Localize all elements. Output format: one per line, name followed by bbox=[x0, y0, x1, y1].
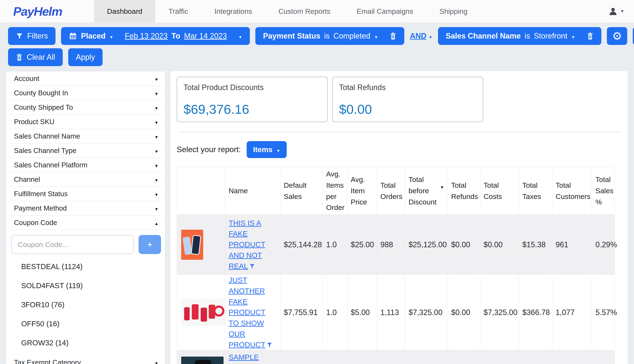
chevron-up-icon bbox=[154, 219, 158, 227]
cell-total-taxes: $319.23 bbox=[519, 350, 552, 364]
condition-conjunction[interactable]: AND bbox=[410, 32, 432, 40]
trash-icon[interactable] bbox=[586, 32, 594, 40]
filters-button[interactable]: Filters bbox=[8, 27, 56, 45]
date-from[interactable]: Feb 13 2023 bbox=[125, 32, 168, 40]
cell-total-costs: $7,325.00 bbox=[480, 275, 519, 350]
filter-actions: ⚙ bbox=[607, 27, 634, 45]
coupon-option[interactable]: SOLD4FAST (119) bbox=[21, 276, 161, 295]
cell-default-sales: $25,144.28 bbox=[280, 215, 323, 275]
sidebar-item-fulfillment-status[interactable]: Fulfillment Status bbox=[9, 187, 162, 201]
chevron-down-icon bbox=[109, 32, 113, 40]
filter-funnel-icon[interactable] bbox=[249, 263, 255, 269]
chevron-down-icon bbox=[154, 161, 158, 169]
tab-custom-reports[interactable]: Custom Reports bbox=[265, 0, 344, 22]
cell-total-sales-pct: 0.29% bbox=[592, 215, 615, 275]
tab-traffic[interactable]: Traffic bbox=[155, 0, 201, 22]
sidebar-item-sales-channel-type[interactable]: Sales Channel Type bbox=[9, 144, 162, 158]
cell-total-sales-pct: 5.29% bbox=[592, 350, 615, 364]
apply-button[interactable]: Apply bbox=[68, 48, 102, 66]
filter-chip-sales-channel[interactable]: Sales Channel Name is Storefront bbox=[438, 27, 601, 45]
product-name-link[interactable]: SAMPLE FAKE PRODUCT BUT NOT bbox=[229, 353, 268, 364]
report-selector-label: Select your report: bbox=[177, 145, 241, 154]
column-avg-items-per-order[interactable]: Avg. Items per Order bbox=[323, 167, 347, 215]
sidebar-item-sales-channel-name[interactable]: Sales Channel Name bbox=[9, 129, 162, 144]
save-report-button[interactable] bbox=[633, 27, 634, 45]
column-default-sales[interactable]: Default Sales bbox=[280, 167, 323, 215]
tab-integrations[interactable]: Integrations bbox=[201, 0, 265, 22]
cell-total-refunds: $0.00 bbox=[448, 215, 480, 275]
report-type-dropdown[interactable]: Items bbox=[247, 141, 286, 158]
tab-shipping[interactable]: Shipping bbox=[426, 0, 480, 22]
cell-total-customers: 961 bbox=[552, 215, 592, 275]
chevron-down-icon bbox=[154, 118, 158, 126]
product-name-link[interactable]: THIS IS A FAKE PRODUCT AND NOT REAL bbox=[229, 219, 265, 270]
card-total-refunds: Total Refunds $0.00 bbox=[332, 77, 483, 122]
chevron-down-icon bbox=[154, 74, 158, 83]
chevron-down-icon bbox=[428, 32, 432, 40]
column-total-customers[interactable]: Total Customers bbox=[552, 167, 592, 215]
cell-total-orders: 752 bbox=[377, 350, 405, 364]
sidebar-item-county-bought-in[interactable]: County Bought In bbox=[9, 86, 162, 100]
column-total-before-discount[interactable]: Total before Discount bbox=[405, 167, 448, 215]
plus-icon: + bbox=[147, 239, 152, 250]
chevron-down-icon bbox=[154, 132, 158, 140]
tab-email-campaigns[interactable]: Email Campaigns bbox=[344, 0, 426, 22]
trash-icon[interactable] bbox=[390, 32, 397, 40]
sidebar-item-coupon-code[interactable]: Coupon Code bbox=[9, 216, 162, 230]
sidebar-item-product-sku[interactable]: Product SKU bbox=[9, 114, 162, 129]
card-value: $69,376.16 bbox=[184, 102, 321, 117]
cell-total-costs: $0.00 bbox=[480, 215, 519, 275]
account-menu[interactable] bbox=[608, 0, 624, 22]
cell-total-orders: 1,113 bbox=[377, 275, 405, 350]
cell-total-customers: 742 bbox=[552, 350, 592, 364]
coupon-option[interactable]: GROW32 (14) bbox=[21, 333, 161, 352]
filter-bar: Filters Placed Feb 13 2023 To Mar 14 202… bbox=[0, 22, 634, 66]
settings-button[interactable]: ⚙ bbox=[607, 27, 627, 45]
sort-descending-icon[interactable] bbox=[440, 181, 444, 192]
tab-dashboard[interactable]: Dashboard bbox=[94, 0, 155, 22]
card-title: Total Refunds bbox=[339, 83, 476, 92]
sidebar-item-sales-channel-platform[interactable]: Sales Channel Platform bbox=[9, 158, 162, 172]
cell-total-before-discount: $7,045.00 bbox=[405, 350, 448, 364]
filter-sidebar: Account County Bought In County Shipped … bbox=[6, 71, 165, 364]
column-avg-item-price[interactable]: Avg. Item Price bbox=[347, 167, 377, 215]
cell-avg-item-price: $4.92 bbox=[347, 350, 377, 364]
column-total-taxes[interactable]: Total Taxes bbox=[519, 167, 552, 215]
column-image bbox=[177, 167, 225, 215]
filter-funnel-icon[interactable] bbox=[266, 342, 272, 348]
divider bbox=[178, 132, 621, 132]
coupon-code-input[interactable] bbox=[12, 235, 134, 254]
sidebar-item-channel[interactable]: Channel bbox=[9, 172, 162, 187]
gear-icon: ⚙ bbox=[612, 30, 622, 42]
add-coupon-button[interactable]: + bbox=[138, 235, 161, 254]
sidebar-item-county-shipped-to[interactable]: County Shipped To bbox=[9, 100, 162, 114]
column-total-refunds[interactable]: Total Refunds bbox=[448, 167, 480, 215]
column-total-orders[interactable]: Total Orders bbox=[377, 167, 405, 215]
coupon-option[interactable]: OFF50 (16) bbox=[21, 314, 161, 333]
chevron-down-icon bbox=[154, 190, 158, 198]
nav-tabs: Dashboard Traffic Integrations Custom Re… bbox=[94, 0, 480, 22]
coupon-option[interactable]: BESTDEAL (1124) bbox=[21, 257, 161, 276]
sidebar-item-payment-method[interactable]: Payment Method bbox=[9, 201, 162, 216]
cell-total-taxes: $15.38 bbox=[519, 215, 552, 275]
column-total-sales-pct[interactable]: Total Sales % bbox=[592, 167, 615, 215]
chevron-down-icon bbox=[374, 32, 378, 40]
cell-total-sales-pct: 5.57% bbox=[592, 275, 615, 350]
cell-default-sales: $7,425.35 bbox=[280, 350, 323, 364]
main-panel: Total Product Discounts $69,376.16 Total… bbox=[170, 71, 628, 364]
cell-total-costs: $2,866.00 bbox=[480, 350, 519, 364]
table-row: SAMPLE FAKE PRODUCT BUT NOT $7,425.35 1.… bbox=[177, 350, 615, 364]
date-to[interactable]: Mar 14 2023 bbox=[184, 32, 227, 40]
chevron-down-icon bbox=[154, 146, 158, 155]
column-name[interactable]: Name bbox=[225, 167, 280, 215]
cell-total-refunds: $0.00 bbox=[448, 275, 480, 350]
coupon-option[interactable]: 3FOR10 (76) bbox=[21, 295, 161, 314]
filter-chip-payment-status[interactable]: Payment Status is Completed bbox=[255, 27, 404, 45]
clear-all-button[interactable]: Clear All bbox=[8, 48, 63, 66]
date-range-button[interactable]: Placed Feb 13 2023 To Mar 14 2023 bbox=[61, 27, 250, 45]
chevron-down-icon bbox=[154, 204, 158, 212]
product-name-link[interactable]: JUST ANOTHER FAKE PRODUCT TO SHOW OUR PR… bbox=[229, 276, 272, 349]
column-total-costs[interactable]: Total Costs bbox=[480, 167, 519, 215]
sidebar-item-tax-exempt-category[interactable]: Tax Exempt Category bbox=[9, 355, 162, 364]
sidebar-item-account[interactable]: Account bbox=[9, 72, 162, 86]
